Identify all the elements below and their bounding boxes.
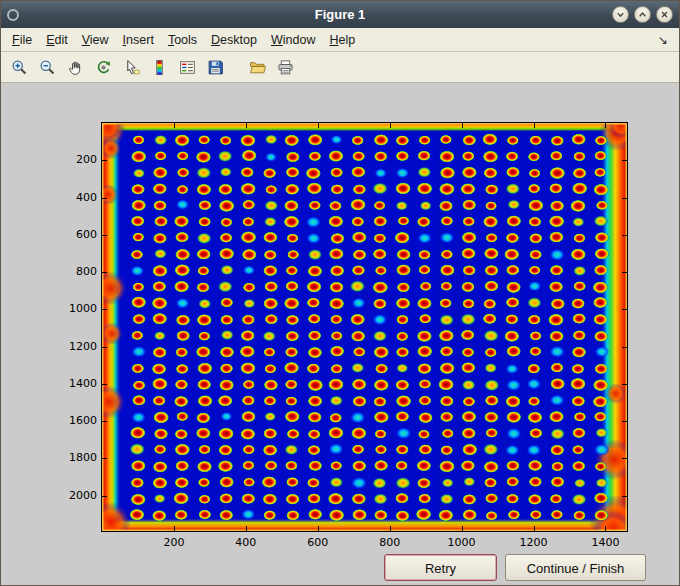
colorbar-icon [151,59,168,76]
axes [101,122,628,532]
y-tick-label: 800 [49,265,97,278]
close-button[interactable] [656,6,673,23]
menu-insert[interactable]: Insert [116,29,161,51]
x-tick-label: 600 [294,536,342,549]
pan-button[interactable] [62,54,88,80]
print-button[interactable] [272,54,298,80]
y-tick-label: 600 [49,228,97,241]
y-tick-label: 1600 [49,414,97,427]
menu-edit[interactable]: Edit [39,29,75,51]
zoom-in-button[interactable] [6,54,32,80]
pan-hand-icon [67,59,84,76]
y-tick-label: 1000 [49,302,97,315]
legend-icon [179,59,196,76]
x-tick-label: 1200 [510,536,558,549]
data-cursor-button[interactable] [118,54,144,80]
y-tick-label: 1200 [49,340,97,353]
figure-toolbar [1,52,679,83]
microarray-image[interactable] [102,123,627,531]
zoom-out-icon [39,59,56,76]
rotate-3d-button[interactable] [90,54,116,80]
open-folder-icon [249,59,266,76]
close-icon [659,9,670,20]
menu-file[interactable]: File [5,29,39,51]
menu-window[interactable]: Window [264,29,322,51]
continue-finish-button[interactable]: Continue / Finish [505,554,646,581]
zoom-out-button[interactable] [34,54,60,80]
x-tick-label: 1400 [581,536,629,549]
y-tick-label: 400 [49,191,97,204]
window-icon [7,9,19,21]
menu-tools[interactable]: Tools [161,29,204,51]
y-tick-label: 1800 [49,451,97,464]
print-icon [277,59,294,76]
x-tick-label: 400 [222,536,270,549]
save-icon [207,59,224,76]
insert-legend-button[interactable] [174,54,200,80]
retry-button[interactable]: Retry [384,554,497,581]
dock-figure-arrow-icon[interactable]: ↘ [651,33,675,47]
rotate-3d-icon [95,59,112,76]
menu-help[interactable]: Help [322,29,362,51]
chevron-up-icon [637,9,648,20]
y-tick-label: 2000 [49,489,97,502]
chevron-down-icon [615,9,626,20]
figure-canvas-area: Retry Continue / Finish 2004006008001000… [1,83,679,585]
zoom-in-icon [11,59,28,76]
data-cursor-icon [123,59,140,76]
y-tick-label: 200 [49,153,97,166]
window-title: Figure 1 [1,7,679,22]
menubar: File Edit View Insert Tools Desktop Wind… [1,28,679,52]
menu-desktop[interactable]: Desktop [204,29,264,51]
save-button[interactable] [202,54,228,80]
y-tick-label: 1400 [49,377,97,390]
x-tick-label: 800 [366,536,414,549]
menu-view[interactable]: View [75,29,116,51]
open-button[interactable] [244,54,270,80]
maximize-button[interactable] [634,6,651,23]
minimize-button[interactable] [612,6,629,23]
x-tick-label: 1000 [438,536,486,549]
figure-window: Figure 1 File Edit View Insert Tools Des… [0,0,680,586]
titlebar[interactable]: Figure 1 [1,1,679,28]
insert-colorbar-button[interactable] [146,54,172,80]
x-tick-label: 200 [150,536,198,549]
